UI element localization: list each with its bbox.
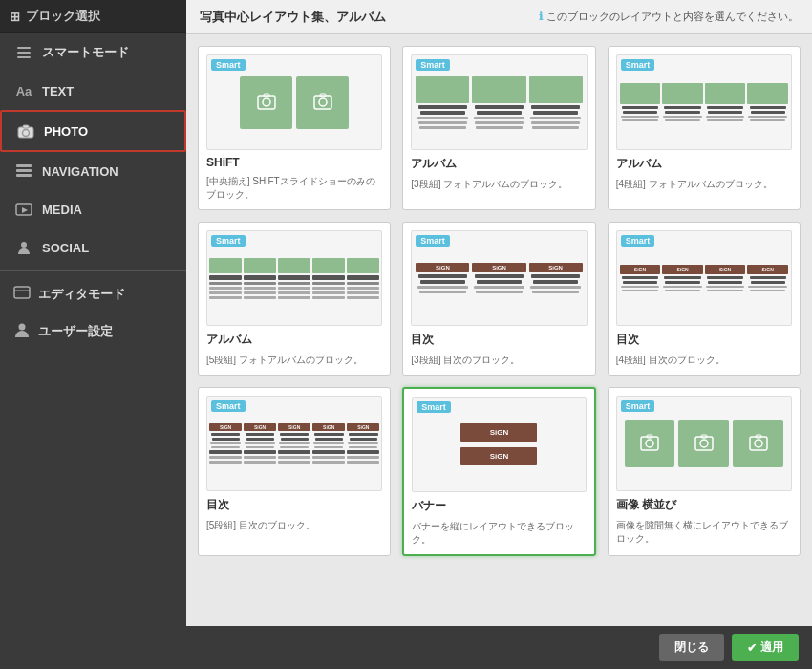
svg-marker-10 bbox=[22, 207, 28, 213]
block-desc-album5: [5段組] フォトアルバムのブロック。 bbox=[206, 354, 382, 367]
svg-point-28 bbox=[755, 440, 762, 447]
block-grid: Smart SHiFT [中央揃え] SHiFTスライドショーのみのブロック。 bbox=[186, 34, 812, 626]
camera-icon bbox=[15, 120, 36, 141]
preview-album5: Smart bbox=[206, 230, 382, 326]
sidebar-item-label-editor: エディタモード bbox=[38, 286, 125, 303]
svg-rect-5 bbox=[23, 125, 29, 128]
sidebar-item-navigation[interactable]: NAVIGATION bbox=[0, 152, 186, 190]
social-icon bbox=[13, 237, 34, 258]
block-name-index3: 目次 bbox=[411, 332, 587, 348]
banner-sign-1: SiGN bbox=[460, 423, 537, 442]
block-card-shift[interactable]: Smart SHiFT [中央揃え] SHiFTスライドショーのみのブロック。 bbox=[198, 46, 391, 210]
block-name-index4: 目次 bbox=[616, 332, 792, 348]
sidebar-item-label-media: MEDIA bbox=[42, 203, 82, 217]
smart-badge-album5: Smart bbox=[211, 235, 246, 247]
svg-rect-12 bbox=[14, 287, 30, 298]
svg-point-14 bbox=[19, 324, 26, 331]
block-name-banner: バナー bbox=[412, 498, 586, 514]
block-card-banner[interactable]: Smart SiGN SiGN バナー バナーを縦にレイアウトできるブロック。 bbox=[402, 387, 595, 556]
footer: 閉じる ✔ 適用 bbox=[186, 626, 812, 669]
svg-point-16 bbox=[263, 98, 270, 106]
sidebar-item-label-nav: NAVIGATION bbox=[42, 164, 118, 179]
block-name-image-row: 画像 横並び bbox=[616, 497, 792, 513]
sidebar-item-smart-mode[interactable]: スマートモード bbox=[0, 33, 186, 72]
preview-index5: Smart SiGN SiGN bbox=[206, 396, 382, 491]
close-button[interactable]: 閉じる bbox=[659, 634, 724, 661]
apply-label: 適用 bbox=[760, 639, 783, 656]
sidebar-item-label-photo: PHOTO bbox=[44, 124, 88, 139]
info-icon: ℹ bbox=[539, 11, 543, 23]
preview-album3: Smart bbox=[411, 54, 587, 150]
svg-rect-24 bbox=[695, 437, 713, 450]
banner-sign-2: SiGN bbox=[460, 447, 537, 465]
sidebar-item-user-settings[interactable]: ユーザー設定 bbox=[0, 313, 186, 350]
sidebar-divider bbox=[0, 270, 186, 271]
svg-rect-0 bbox=[17, 47, 31, 49]
text-icon: Aa bbox=[13, 80, 34, 101]
sidebar-item-media[interactable]: MEDIA bbox=[0, 190, 186, 228]
smart-badge-index3: Smart bbox=[416, 235, 450, 247]
sidebar-item-editor-mode[interactable]: エディタモード bbox=[0, 275, 186, 313]
block-desc-image-row: 画像を隙間無く横にレイアウトできるブロック。 bbox=[616, 519, 792, 546]
preview-banner: Smart SiGN SiGN bbox=[412, 397, 586, 492]
sidebar-item-label-social: SOCIAL bbox=[42, 241, 89, 255]
svg-point-19 bbox=[319, 98, 327, 106]
main-content: 写真中心レイアウト集、アルバム ℹ このブロックのレイアウトと内容を選んでくださ… bbox=[186, 0, 812, 669]
block-desc-index3: [3段組] 目次のブロック。 bbox=[411, 354, 587, 367]
block-card-index5[interactable]: Smart SiGN SiGN bbox=[198, 387, 391, 556]
block-card-index3[interactable]: Smart SiGN SiGN bbox=[402, 222, 595, 376]
sidebar-item-photo[interactable]: PHOTO bbox=[0, 110, 186, 152]
img-box-2 bbox=[678, 420, 729, 467]
block-desc-banner: バナーを縦にレイアウトできるブロック。 bbox=[412, 520, 586, 547]
svg-rect-21 bbox=[641, 437, 658, 450]
svg-rect-1 bbox=[17, 52, 31, 54]
block-name-album5: アルバム bbox=[206, 332, 382, 348]
svg-rect-15 bbox=[258, 96, 275, 109]
svg-point-25 bbox=[700, 440, 708, 447]
block-name-shift: SHiFT bbox=[206, 156, 382, 169]
block-desc-index4: [4段組] 目次のブロック。 bbox=[616, 354, 792, 367]
sidebar-header: ⊞ ブロック選択 bbox=[0, 0, 186, 33]
user-icon bbox=[13, 321, 31, 341]
block-card-image-row[interactable]: Smart 画像 横並び 画像を隙間無く横にレイアウトできる bbox=[608, 387, 801, 556]
smart-badge-album4: Smart bbox=[621, 59, 655, 71]
preview-album4: Smart bbox=[616, 54, 792, 150]
block-desc-album3: [3段組] フォトアルバムのブロック。 bbox=[411, 178, 587, 191]
preview-index3: Smart SiGN SiGN bbox=[411, 230, 587, 326]
svg-rect-6 bbox=[16, 164, 32, 167]
preview-index4: Smart SiGN SiGN bbox=[616, 230, 792, 326]
smart-badge-image-row: Smart bbox=[621, 400, 655, 412]
svg-rect-2 bbox=[17, 56, 31, 58]
apply-button[interactable]: ✔ 適用 bbox=[732, 634, 799, 661]
preview-image-row: Smart bbox=[616, 396, 792, 491]
svg-rect-8 bbox=[16, 174, 32, 177]
block-card-album4[interactable]: Smart bbox=[608, 46, 801, 210]
block-card-album5[interactable]: Smart bbox=[198, 222, 391, 376]
smart-badge-banner: Smart bbox=[417, 401, 451, 413]
smart-badge-index5: Smart bbox=[211, 400, 246, 412]
media-icon bbox=[13, 199, 34, 220]
block-name-index5: 目次 bbox=[206, 497, 382, 513]
grid-icon: ⊞ bbox=[10, 10, 20, 24]
svg-point-11 bbox=[21, 242, 27, 248]
check-icon: ✔ bbox=[747, 641, 757, 655]
main-header-hint: ℹ このブロックのレイアウトと内容を選んでください。 bbox=[539, 10, 799, 24]
sidebar: ⊞ ブロック選択 スマートモード Aa TEXT PHOTO NAVIGATIO… bbox=[0, 0, 186, 669]
sidebar-header-label: ブロック選択 bbox=[26, 8, 100, 25]
img-box-1 bbox=[625, 420, 675, 467]
svg-rect-7 bbox=[16, 169, 32, 172]
block-name-album3: アルバム bbox=[411, 156, 587, 172]
block-card-index4[interactable]: Smart SiGN SiGN bbox=[608, 222, 801, 376]
main-header-title: 写真中心レイアウト集、アルバム bbox=[200, 9, 386, 26]
block-card-album3[interactable]: Smart bbox=[402, 46, 595, 210]
img-box-3 bbox=[733, 420, 783, 467]
smart-badge-index4: Smart bbox=[621, 235, 655, 247]
smart-badge-album3: Smart bbox=[416, 59, 450, 71]
sidebar-item-label-text: TEXT bbox=[42, 84, 74, 98]
shift-photo-left bbox=[240, 76, 292, 129]
sidebar-item-text[interactable]: Aa TEXT bbox=[0, 72, 186, 110]
hint-text: このブロックのレイアウトと内容を選んでください。 bbox=[546, 10, 799, 24]
shift-photo-right bbox=[296, 76, 349, 129]
sidebar-item-social[interactable]: SOCIAL bbox=[0, 228, 186, 267]
list-icon bbox=[13, 42, 34, 63]
